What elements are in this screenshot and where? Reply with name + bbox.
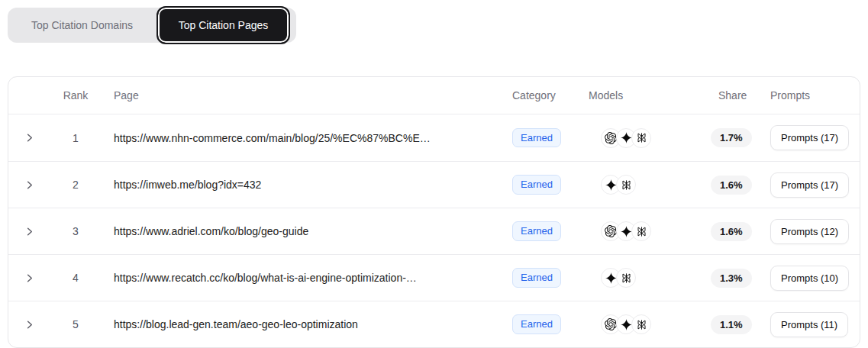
column-header-share: Share <box>711 89 770 102</box>
category-badge: Earned <box>512 221 561 241</box>
page-url: https://www.adriel.com/ko/blog/geo-guide <box>97 225 512 237</box>
table-body: 1 https://www.nhn-commerce.com/main/blog… <box>8 114 860 347</box>
category-badge: Earned <box>512 314 561 334</box>
perplexity-icon <box>616 268 636 288</box>
column-header-category: Category <box>512 89 589 102</box>
page-url: https://imweb.me/blog?idx=432 <box>97 179 512 191</box>
category-badge: Earned <box>512 268 561 288</box>
share-badge: 1.6% <box>711 176 752 195</box>
column-header-prompts: Prompts <box>770 89 847 102</box>
share-badge: 1.3% <box>711 269 752 288</box>
table-header: Rank Page Category Models Share Prompts <box>8 77 860 114</box>
expand-row-button[interactable] <box>21 226 35 237</box>
table-row: 4 https://www.recatch.cc/ko/blog/what-is… <box>8 254 860 301</box>
category-badge: Earned <box>512 175 561 195</box>
share-badge: 1.6% <box>711 222 752 241</box>
column-header-models: Models <box>589 89 711 102</box>
rank-cell: 4 <box>54 272 97 284</box>
table-row: 3 https://www.adriel.com/ko/blog/geo-gui… <box>8 208 860 254</box>
expand-row-button[interactable] <box>21 319 35 330</box>
expand-row-button[interactable] <box>21 272 35 284</box>
page-url: https://www.nhn-commerce.com/main/blog/2… <box>97 132 512 144</box>
tab-top-citation-domains[interactable]: Top Citation Domains <box>8 8 156 43</box>
column-header-page: Page <box>97 89 512 102</box>
share-badge: 1.7% <box>711 128 752 147</box>
models-cell <box>589 221 711 241</box>
citations-panel: Top Citation Domains Top Citation Pages … <box>0 0 868 348</box>
chevron-right-icon <box>24 179 35 191</box>
rank-cell: 3 <box>54 225 97 237</box>
category-badge: Earned <box>512 128 561 148</box>
expand-row-button[interactable] <box>21 132 35 143</box>
chevron-right-icon <box>24 319 35 330</box>
page-url: https://www.recatch.cc/ko/blog/what-is-a… <box>97 272 512 284</box>
chevron-right-icon <box>24 132 35 143</box>
prompts-button[interactable]: Prompts (11) <box>770 312 848 337</box>
table-row: 2 https://imweb.me/blog?idx=432 Earned 1… <box>8 161 860 208</box>
chevron-right-icon <box>24 272 35 284</box>
table-row: 5 https://blog.lead-gen.team/aeo-geo-leo… <box>8 301 860 347</box>
tab-bar: Top Citation Domains Top Citation Pages <box>8 8 296 43</box>
rank-cell: 2 <box>54 179 97 191</box>
column-header-rank: Rank <box>54 89 97 102</box>
prompts-button[interactable]: Prompts (17) <box>770 172 849 198</box>
page-url: https://blog.lead-gen.team/aeo-geo-leo-o… <box>97 318 512 330</box>
tab-top-citation-pages[interactable]: Top Citation Pages <box>156 6 290 44</box>
rank-cell: 5 <box>54 318 97 330</box>
perplexity-icon <box>631 314 651 334</box>
models-cell <box>589 175 711 195</box>
table-row: 1 https://www.nhn-commerce.com/main/blog… <box>8 114 860 161</box>
perplexity-icon <box>631 128 651 148</box>
prompts-button[interactable]: Prompts (10) <box>770 266 849 291</box>
models-cell <box>589 128 711 148</box>
expand-row-button[interactable] <box>21 179 35 191</box>
models-cell <box>589 314 711 334</box>
models-cell <box>589 268 711 288</box>
citation-pages-table: Rank Page Category Models Share Prompts … <box>8 76 860 348</box>
prompts-button[interactable]: Prompts (12) <box>770 219 849 244</box>
prompts-button[interactable]: Prompts (17) <box>770 125 849 150</box>
chevron-right-icon <box>24 226 35 237</box>
rank-cell: 1 <box>54 132 97 144</box>
perplexity-icon <box>631 221 651 241</box>
perplexity-icon <box>616 175 636 195</box>
share-badge: 1.1% <box>711 315 752 334</box>
